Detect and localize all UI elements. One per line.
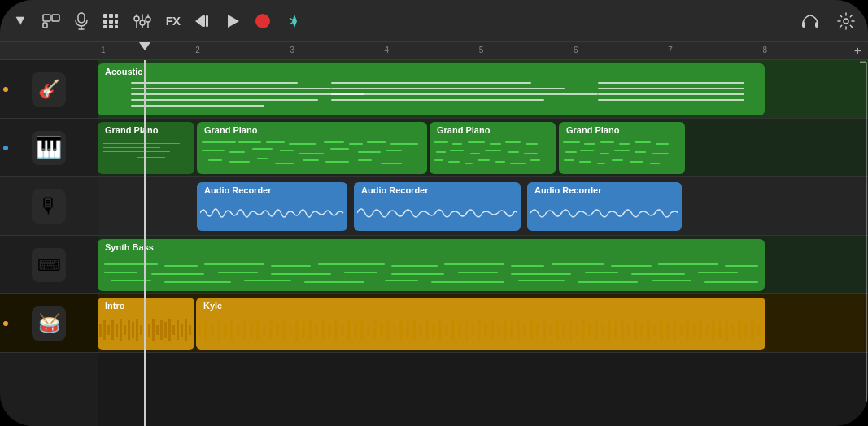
acoustic-block-label: Acoustic xyxy=(101,65,146,78)
right-bracket xyxy=(857,60,868,426)
track-header-piano[interactable]: 🎹 xyxy=(0,119,98,177)
acoustic-block[interactable]: Acoustic xyxy=(98,63,765,115)
svg-rect-76 xyxy=(334,319,338,341)
audio-block-1[interactable]: Audio Recorder xyxy=(197,182,347,231)
svg-rect-41 xyxy=(136,319,138,341)
svg-point-18 xyxy=(134,16,139,21)
svg-rect-3 xyxy=(78,13,85,23)
svg-rect-56 xyxy=(204,319,207,341)
svg-rect-53 xyxy=(185,319,187,341)
grand-piano-header-label: Grand Piano xyxy=(101,124,162,137)
audio-block-2-label: Audio Recorder xyxy=(357,184,433,197)
svg-rect-141 xyxy=(757,325,761,335)
svg-rect-133 xyxy=(705,325,709,335)
smart-tempo-icon[interactable] xyxy=(286,12,303,30)
svg-rect-39 xyxy=(128,320,130,340)
svg-rect-111 xyxy=(562,322,565,338)
svg-rect-120 xyxy=(621,319,624,341)
svg-rect-10 xyxy=(109,20,113,24)
grand-piano-block-3-label: Grand Piano xyxy=(562,124,623,137)
waveform-1 xyxy=(197,198,347,228)
mixer-icon[interactable] xyxy=(133,13,151,29)
svg-rect-70 xyxy=(295,319,299,341)
svg-rect-103 xyxy=(510,322,513,338)
track-header-acoustic[interactable]: 🎸 xyxy=(0,60,98,119)
track-dot-piano xyxy=(3,146,8,150)
svg-rect-47 xyxy=(160,320,163,340)
grand-piano-block-3[interactable]: Grand Piano xyxy=(559,122,685,174)
svg-rect-52 xyxy=(181,324,183,337)
loop-icon[interactable] xyxy=(42,14,60,28)
drums-instrument-icon: 🥁 xyxy=(32,306,66,341)
track-selector-icon[interactable]: ▼ xyxy=(13,12,28,29)
svg-rect-123 xyxy=(640,324,643,337)
svg-point-25 xyxy=(255,14,270,28)
ruler: 12345678 + xyxy=(0,42,868,60)
microphone-icon[interactable] xyxy=(75,12,88,30)
svg-rect-27 xyxy=(815,22,818,28)
svg-rect-36 xyxy=(116,324,118,337)
svg-rect-87 xyxy=(406,322,409,338)
ruler-mark-3: 3 xyxy=(290,46,294,54)
svg-rect-69 xyxy=(289,325,292,335)
svg-rect-100 xyxy=(491,319,494,341)
synth-bass-block[interactable]: Synth Bass xyxy=(98,239,765,291)
svg-marker-21 xyxy=(195,15,203,27)
piano-midi-3 xyxy=(559,137,685,174)
svg-rect-98 xyxy=(478,320,481,340)
svg-marker-24 xyxy=(228,15,239,28)
svg-rect-14 xyxy=(115,25,118,28)
svg-rect-84 xyxy=(386,319,390,341)
headphone-icon[interactable] xyxy=(801,14,819,28)
svg-rect-33 xyxy=(103,320,106,340)
svg-rect-104 xyxy=(517,319,520,341)
svg-rect-57 xyxy=(211,325,214,335)
add-track-button[interactable]: + xyxy=(854,44,868,59)
svg-rect-86 xyxy=(399,320,403,340)
svg-rect-2 xyxy=(43,23,47,28)
svg-rect-135 xyxy=(718,322,722,338)
grand-piano-block-2[interactable]: Grand Piano xyxy=(430,122,556,174)
svg-rect-140 xyxy=(751,319,754,341)
svg-rect-60 xyxy=(230,319,233,341)
svg-rect-81 xyxy=(367,325,370,335)
drums-intro-block[interactable]: Intro xyxy=(98,298,194,350)
play-icon[interactable] xyxy=(225,14,240,28)
grand-piano-header-block[interactable]: Grand Piano xyxy=(98,122,194,174)
track-header-audio[interactable]: 🎙 xyxy=(0,177,98,236)
svg-rect-59 xyxy=(224,324,227,337)
drums-kyle-label: Kyle xyxy=(199,299,226,312)
drums-kyle-block[interactable]: Kyle xyxy=(196,298,765,350)
svg-rect-42 xyxy=(140,325,142,335)
svg-rect-12 xyxy=(103,25,107,28)
svg-rect-1 xyxy=(52,15,59,21)
ruler-mark-6: 6 xyxy=(574,46,578,54)
track-headers: 🎸 🎹 🎙 ⌨ 🥁 xyxy=(0,60,98,426)
toolbar-left: ▼ xyxy=(13,12,787,30)
svg-rect-26 xyxy=(802,22,805,28)
track-header-synth[interactable]: ⌨ xyxy=(0,236,98,294)
svg-rect-83 xyxy=(380,324,383,337)
fx-button[interactable]: FX xyxy=(166,14,180,28)
record-icon[interactable] xyxy=(255,13,271,29)
svg-rect-23 xyxy=(206,15,208,27)
phone-frame: ▼ xyxy=(0,0,868,426)
ruler-mark-8: 8 xyxy=(762,46,767,54)
grid-icon[interactable] xyxy=(103,13,119,29)
waveform-3 xyxy=(527,198,682,228)
svg-rect-113 xyxy=(575,325,578,335)
svg-rect-93 xyxy=(445,325,448,335)
svg-rect-35 xyxy=(111,320,114,340)
track-header-drums[interactable]: 🥁 xyxy=(0,294,98,353)
svg-rect-114 xyxy=(582,320,585,340)
ruler-mark-1: 1 xyxy=(101,46,106,54)
rewind-icon[interactable] xyxy=(194,14,211,28)
audio-block-2[interactable]: Audio Recorder xyxy=(354,182,521,231)
ruler-mark-2: 2 xyxy=(195,46,200,54)
grand-piano-block-1[interactable]: Grand Piano xyxy=(197,122,427,174)
svg-rect-67 xyxy=(276,324,279,337)
audio-block-3[interactable]: Audio Recorder xyxy=(527,182,682,231)
settings-icon[interactable] xyxy=(837,12,855,30)
svg-point-20 xyxy=(146,17,150,22)
svg-rect-46 xyxy=(156,325,159,335)
